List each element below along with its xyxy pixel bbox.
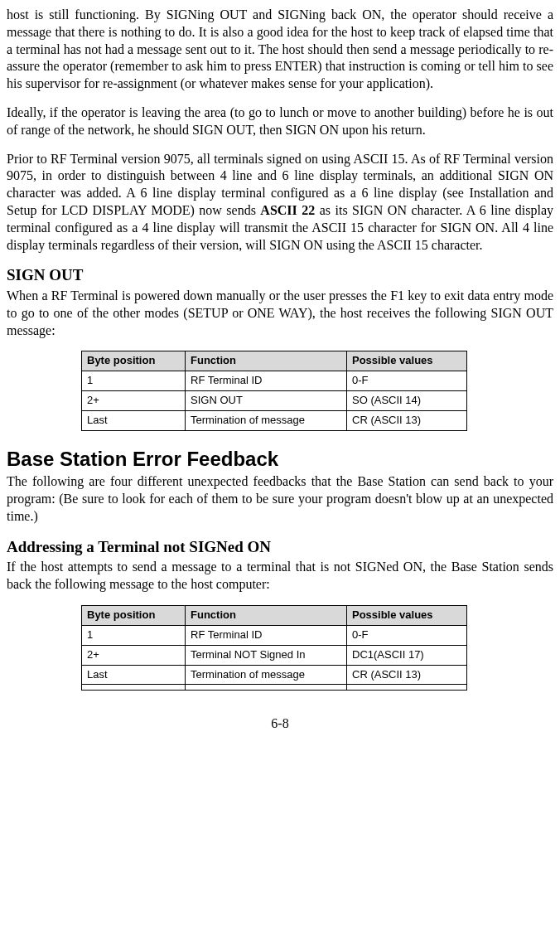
table-row: Last Termination of message CR (ASCII 13… <box>82 665 467 685</box>
header-possible-values: Possible values <box>347 605 467 625</box>
cell <box>186 685 347 691</box>
paragraph: Prior to RF Terminal version 9075, all t… <box>7 151 553 254</box>
cell: RF Terminal ID <box>186 371 347 391</box>
cell: 2+ <box>82 391 186 411</box>
cell: SIGN OUT <box>186 391 347 411</box>
table-row: 1 RF Terminal ID 0-F <box>82 371 467 391</box>
cell: Last <box>82 665 186 685</box>
cell: 1 <box>82 371 186 391</box>
heading-base-station-error: Base Station Error Feedback <box>7 446 553 472</box>
paragraph: host is still functioning. By SIGNing OU… <box>7 7 553 93</box>
cell: Termination of message <box>186 665 347 685</box>
cell: 0-F <box>347 371 467 391</box>
header-function: Function <box>186 351 347 371</box>
cell: Termination of message <box>186 411 347 431</box>
table-header-row: Byte position Function Possible values <box>82 351 467 371</box>
heading-addressing-terminal: Addressing a Terminal not SIGNed ON <box>7 537 553 558</box>
sign-out-table: Byte position Function Possible values 1… <box>81 351 467 431</box>
table-row: 1 RF Terminal ID 0-F <box>82 625 467 645</box>
paragraph: If the host attempts to send a message t… <box>7 559 553 594</box>
table-header-row: Byte position Function Possible values <box>82 605 467 625</box>
header-function: Function <box>186 605 347 625</box>
cell: 2+ <box>82 645 186 665</box>
cell: 1 <box>82 625 186 645</box>
paragraph: When a RF Terminal is powered down manua… <box>7 288 553 339</box>
table-row: 2+ SIGN OUT SO (ASCII 14) <box>82 391 467 411</box>
cell <box>347 685 467 691</box>
cell: DC1(ASCII 17) <box>347 645 467 665</box>
header-possible-values: Possible values <box>347 351 467 371</box>
cell: SO (ASCII 14) <box>347 391 467 411</box>
cell: Terminal NOT Signed In <box>186 645 347 665</box>
cell <box>82 685 186 691</box>
cell: RF Terminal ID <box>186 625 347 645</box>
header-byte-position: Byte position <box>82 351 186 371</box>
bold-text: ASCII 22 <box>260 203 315 217</box>
paragraph: The following are four different unexpec… <box>7 473 553 525</box>
paragraph: Ideally, if the operator is leaving the … <box>7 104 553 139</box>
not-signed-on-table: Byte position Function Possible values 1… <box>81 605 467 691</box>
table-row: Last Termination of message CR (ASCII 13… <box>82 411 467 431</box>
table-row <box>82 685 467 691</box>
header-byte-position: Byte position <box>82 605 186 625</box>
cell: CR (ASCII 13) <box>347 411 467 431</box>
heading-sign-out: SIGN OUT <box>7 265 553 286</box>
cell: Last <box>82 411 186 431</box>
cell: 0-F <box>347 625 467 645</box>
table-row: 2+ Terminal NOT Signed In DC1(ASCII 17) <box>82 645 467 665</box>
cell: CR (ASCII 13) <box>347 665 467 685</box>
page-number: 6-8 <box>7 715 553 733</box>
